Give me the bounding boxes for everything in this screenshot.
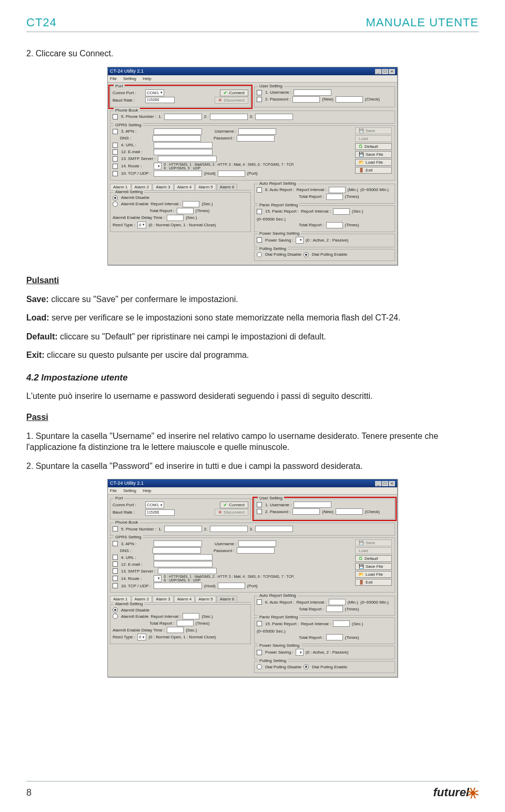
reed-select[interactable]: 0 [137, 222, 146, 228]
power-select-2[interactable] [296, 649, 304, 656]
panic-check[interactable] [257, 209, 262, 214]
password-check[interactable] [257, 97, 262, 102]
dns-input-2[interactable] [153, 547, 201, 554]
gprs-pass-input[interactable] [237, 135, 275, 142]
password-new-input[interactable] [292, 96, 320, 103]
window-buttons[interactable]: _□× [375, 68, 395, 74]
tab-alarm5-2[interactable]: Alarm 5 [195, 596, 216, 602]
email-check[interactable] [113, 149, 118, 155]
url-check-2[interactable] [113, 555, 118, 560]
default-button[interactable]: 🗒Default [355, 143, 392, 150]
menubar-2[interactable]: File Setting Help [108, 487, 397, 495]
password-check-input[interactable] [336, 96, 363, 103]
window-buttons-2[interactable]: _□× [375, 480, 395, 486]
smtp-check[interactable] [113, 156, 118, 162]
alarm-enable-radio-2[interactable] [113, 614, 118, 619]
phone1-input[interactable] [164, 114, 202, 120]
auto-tr-input[interactable] [326, 194, 343, 200]
baud-input[interactable]: 115200 [145, 97, 175, 103]
power-select[interactable] [296, 237, 304, 244]
auto-check-2[interactable] [257, 599, 262, 605]
phone1-input-2[interactable] [164, 526, 202, 532]
port-input[interactable] [218, 171, 245, 177]
host-input[interactable] [154, 171, 202, 177]
menu-help[interactable]: Help [143, 76, 151, 81]
connect-button-2[interactable]: ✔Connect [220, 502, 248, 508]
exit-button-2[interactable]: 🚪Exit [355, 579, 392, 586]
username-input-2[interactable] [294, 502, 331, 508]
alarm-tr-input-2[interactable] [177, 620, 194, 626]
comm-select[interactable]: COM1 [145, 89, 164, 96]
email-check-2[interactable] [113, 562, 118, 567]
tab-alarm3-2[interactable]: Alarm 3 [153, 596, 174, 602]
phone-check-2[interactable] [113, 526, 118, 532]
route-check-2[interactable] [113, 576, 118, 581]
url-check[interactable] [113, 143, 118, 148]
host-input-2[interactable] [154, 583, 202, 589]
exit-button[interactable]: 🚪Exit [355, 167, 392, 174]
alarm-dly-input-2[interactable] [167, 627, 184, 633]
tcp-check[interactable] [113, 171, 118, 176]
smtp-input-2[interactable] [158, 568, 217, 574]
gprs-pass-input-2[interactable] [237, 547, 275, 554]
panic-tr-input-2[interactable] [326, 634, 343, 640]
username-check-2[interactable] [257, 502, 262, 507]
power-check[interactable] [257, 237, 262, 243]
email-input-2[interactable] [154, 561, 213, 567]
loadfile-button-2[interactable]: 📂Load File [355, 571, 392, 578]
gprs-user-input-2[interactable] [238, 540, 276, 547]
tab-alarm4[interactable]: Alarm 4 [174, 184, 195, 190]
panic-tr-input[interactable] [326, 222, 343, 228]
apn-check-2[interactable] [113, 541, 118, 546]
tab-alarm6-2[interactable]: Alarm 6 [217, 596, 238, 602]
menu-file-2[interactable]: File [110, 488, 117, 493]
connect-button[interactable]: ✔Connect [220, 89, 248, 96]
poll-disable-radio-2[interactable] [257, 664, 262, 669]
route-select[interactable] [154, 163, 161, 169]
smtp-check-2[interactable] [113, 568, 118, 574]
smtp-input[interactable] [158, 156, 217, 162]
comm-select-2[interactable]: COM1 [145, 502, 164, 508]
url-input[interactable] [154, 142, 213, 148]
poll-enable-radio[interactable] [304, 252, 309, 257]
panic-ri-input-2[interactable] [333, 620, 350, 627]
power-check-2[interactable] [257, 650, 262, 655]
password-check-input-2[interactable] [336, 508, 363, 515]
auto-check[interactable] [257, 187, 262, 193]
alarm-disable-radio[interactable] [113, 195, 118, 201]
url-input-2[interactable] [154, 554, 213, 560]
tcp-check-2[interactable] [113, 583, 118, 588]
password-new-input-2[interactable] [292, 508, 320, 515]
dns-input[interactable] [153, 135, 201, 142]
route-check[interactable] [113, 164, 118, 169]
panic-ri-input[interactable] [333, 208, 350, 215]
alarm-dly-input[interactable] [167, 215, 184, 221]
tab-alarm6[interactable]: Alarm 6 [217, 184, 238, 190]
phone2-input-2[interactable] [210, 526, 248, 532]
tab-alarm5[interactable]: Alarm 5 [195, 184, 216, 190]
tab-alarm3[interactable]: Alarm 3 [153, 184, 174, 190]
port-input-2[interactable] [218, 583, 245, 589]
phone3-input[interactable] [255, 114, 293, 120]
poll-disable-radio[interactable] [257, 252, 262, 257]
apn-input[interactable] [154, 128, 202, 135]
alarm-ri-input[interactable] [183, 201, 199, 207]
tab-alarm4-2[interactable]: Alarm 4 [174, 596, 195, 602]
auto-ri-input-2[interactable] [329, 599, 346, 605]
menubar[interactable]: File Setting Help [108, 75, 397, 83]
poll-enable-radio-2[interactable] [304, 664, 309, 669]
alarm-ri-input-2[interactable] [183, 613, 199, 619]
apn-check[interactable] [113, 129, 118, 134]
menu-setting-2[interactable]: Setting [123, 488, 136, 493]
auto-ri-input[interactable] [329, 187, 346, 193]
panic-check-2[interactable] [257, 621, 262, 626]
phone2-input[interactable] [210, 114, 248, 120]
alarm-enable-radio[interactable] [113, 202, 118, 207]
baud-input-2[interactable]: 115200 [145, 509, 175, 516]
menu-help-2[interactable]: Help [143, 488, 151, 493]
phone-check[interactable] [113, 114, 118, 119]
auto-tr-input-2[interactable] [326, 606, 343, 612]
email-input[interactable] [154, 149, 213, 155]
alarm-disable-radio-2[interactable] [113, 607, 118, 613]
default-button-2[interactable]: 🗒Default [355, 555, 392, 562]
